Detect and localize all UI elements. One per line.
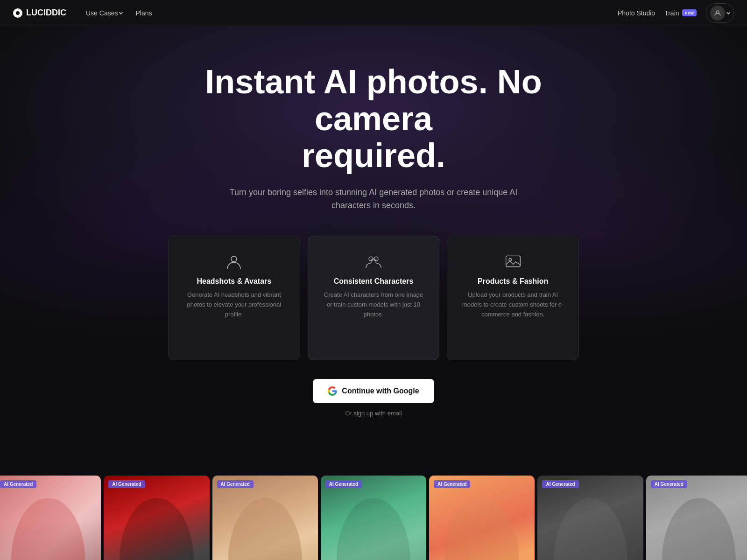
brand-name: LUCIDDIC	[26, 8, 66, 18]
feature-characters-desc: Create AI characters from one image or t…	[321, 290, 426, 319]
person-icon	[182, 253, 287, 270]
nav-use-cases[interactable]: Use Cases	[81, 7, 127, 20]
ai-generated-badge: AI Generated	[108, 480, 145, 488]
feature-headshots-title: Headshots & Avatars	[182, 277, 287, 286]
photo-gallery: AI Generated AI Generated AI Generated A…	[0, 476, 747, 560]
gallery-item: AI Generated	[104, 476, 209, 560]
logo[interactable]: LUCIDDIC	[13, 8, 66, 18]
avatar	[710, 6, 725, 21]
signup-email-link[interactable]: sign up with email	[353, 410, 402, 417]
ai-generated-badge: AI Generated	[542, 480, 578, 488]
train-new-badge: new	[682, 9, 697, 16]
people-icon	[321, 253, 426, 270]
chevron-down-icon	[726, 10, 730, 14]
nav-left: LUCIDDIC Use Cases Plans	[13, 7, 157, 20]
hero-subtext: Turn your boring selfies into stunning A…	[224, 186, 523, 213]
ai-generated-badge: AI Generated	[434, 480, 470, 488]
google-signin-button[interactable]: Continue with Google	[313, 379, 434, 403]
cta-section: Continue with Google Or sign up with ema…	[9, 379, 738, 417]
navbar: LUCIDDIC Use Cases Plans Photo Studio Tr…	[0, 0, 747, 26]
nav-train[interactable]: Train new	[664, 9, 697, 17]
gallery-item: AI Generated	[646, 476, 747, 560]
feature-cards: Headshots & Avatars Generate AI headshot…	[159, 236, 588, 360]
gallery-item: AI Generated	[537, 476, 643, 560]
google-icon	[328, 386, 337, 396]
user-menu[interactable]	[706, 3, 734, 23]
nav-photo-studio[interactable]: Photo Studio	[618, 9, 655, 17]
gallery-item: AI Generated	[429, 476, 535, 560]
chevron-down-icon	[119, 10, 123, 14]
image-icon	[460, 253, 565, 270]
svg-point-5	[509, 259, 511, 261]
hero-section: Instant AI photos. No camera required. T…	[0, 26, 747, 448]
nav-right: Photo Studio Train new	[618, 3, 734, 23]
ai-generated-badge: AI Generated	[217, 480, 254, 488]
ai-generated-badge: AI Generated	[0, 480, 36, 488]
nav-links: Use Cases Plans	[81, 7, 157, 20]
ai-generated-badge: AI Generated	[651, 480, 687, 488]
gallery-item: AI Generated	[0, 476, 101, 560]
feature-products-desc: Upload your products and train AI models…	[460, 290, 565, 319]
feature-headshots-desc: Generate AI headshots and vibrant photos…	[182, 290, 287, 319]
gallery-item: AI Generated	[321, 476, 426, 560]
feature-card-headshots: Headshots & Avatars Generate AI headshot…	[168, 236, 300, 360]
feature-card-characters: Consistent Characters Create AI characte…	[308, 236, 440, 360]
logo-icon	[13, 8, 22, 18]
svg-rect-4	[506, 256, 520, 266]
gallery-item: AI Generated	[212, 476, 318, 560]
feature-products-title: Products & Fashion	[460, 277, 565, 286]
nav-plans[interactable]: Plans	[131, 7, 156, 20]
google-button-label: Continue with Google	[342, 387, 419, 395]
feature-card-products: Products & Fashion Upload your products …	[447, 236, 579, 360]
svg-point-1	[231, 256, 237, 262]
or-text: Or sign up with email	[9, 410, 738, 417]
ai-generated-badge: AI Generated	[325, 480, 362, 488]
hero-heading: Instant AI photos. No camera required.	[187, 63, 560, 175]
feature-characters-title: Consistent Characters	[321, 277, 426, 286]
